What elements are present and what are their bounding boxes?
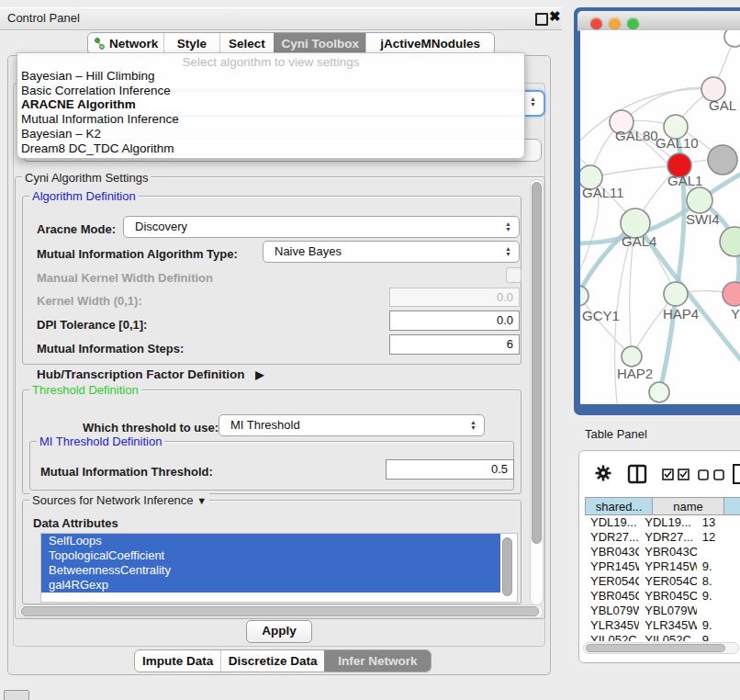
- attribute-list-item[interactable]: TopologicalCoefficient: [41, 548, 500, 563]
- which-threshold-label: Which threshold to use:: [83, 421, 219, 435]
- network-node-gray[interactable]: [708, 145, 737, 175]
- tab-jactivemnodules[interactable]: jActiveMNodules: [365, 33, 494, 54]
- table-column-header[interactable]: shared...: [585, 497, 653, 515]
- table-cell: YBL079W: [639, 604, 696, 618]
- network-edge: [580, 296, 632, 356]
- table-cell: YBL079W: [585, 604, 639, 618]
- hub-definition-label: Hub/Transcription Factor Definition: [37, 367, 245, 381]
- mi-type-combo[interactable]: Naive Bayes ▲▼: [263, 241, 520, 263]
- mi-steps-field[interactable]: 6: [389, 334, 520, 355]
- table-hscroll-thumb[interactable]: [586, 644, 725, 652]
- table-row[interactable]: YDL19...YDL19...13: [585, 515, 740, 530]
- network-node-top[interactable]: [724, 30, 740, 47]
- attributes-vscroll-thumb[interactable]: [502, 537, 512, 596]
- combo-arrows-icon: ▲▼: [470, 415, 477, 435]
- table-cell: YBR045C: [639, 589, 696, 604]
- manual-kernel-label: Manual Kernel Width Definition: [37, 271, 213, 285]
- table-row[interactable]: YDR27...YDR27...12: [585, 530, 740, 545]
- tab-cyni-toolbox[interactable]: Cyni Toolbox: [274, 33, 365, 54]
- settings-horizontal-scrollbar[interactable]: [18, 604, 544, 618]
- table-row[interactable]: YBR043CYBR043C: [585, 545, 740, 559]
- network-window-titlebar[interactable]: [577, 11, 740, 31]
- table-cell: YPR145W: [639, 559, 696, 574]
- network-node-hap2[interactable]: [622, 346, 642, 367]
- hub-definition-toggle[interactable]: Hub/Transcription Factor Definition ▶: [37, 367, 264, 381]
- network-node-label: GAL80: [615, 128, 658, 143]
- algorithm-option[interactable]: Dream8 DC_TDC Algorithm: [17, 141, 524, 156]
- zoom-traffic-light[interactable]: [627, 17, 639, 29]
- manual-kernel-checkbox[interactable]: [506, 267, 521, 283]
- sources-group-title[interactable]: Sources for Network Inference ▼: [29, 493, 209, 507]
- close-traffic-light[interactable]: [590, 17, 602, 29]
- tab-cyni-toolbox-label: Cyni Toolbox: [281, 37, 359, 51]
- settings-vscroll-thumb[interactable]: [532, 182, 542, 544]
- network-node-bottom[interactable]: [649, 382, 669, 402]
- unchecked-columns-icon[interactable]: [698, 469, 725, 480]
- table-cell: 9.: [697, 559, 740, 574]
- table-column-header[interactable]: A: [724, 497, 740, 515]
- popup-placeholder: Select algorithm to view settings: [17, 55, 524, 69]
- minimize-traffic-light[interactable]: [609, 17, 621, 29]
- data-attributes-list: SelfLoopsTopologicalCoefficientBetweenne…: [40, 533, 518, 603]
- close-icon[interactable]: ✖: [549, 8, 561, 25]
- tab-impute-data[interactable]: Impute Data: [135, 650, 220, 672]
- tab-style[interactable]: Style: [163, 33, 219, 54]
- settings-vertical-scrollbar[interactable]: [530, 179, 544, 605]
- algorithm-option[interactable]: Bayesian – K2: [17, 127, 524, 141]
- file-icon[interactable]: [732, 464, 740, 484]
- network-node-right[interactable]: [720, 227, 740, 256]
- network-node-label: SWI4: [686, 211, 720, 227]
- tab-network[interactable]: Network: [88, 33, 163, 54]
- network-node-pinky[interactable]: [723, 282, 740, 306]
- tab-impute-data-label: Impute Data: [142, 654, 213, 668]
- table-row[interactable]: YLR345WYLR345W9.: [585, 618, 740, 633]
- kernel-width-label: Kernel Width (0,1):: [37, 294, 142, 308]
- tab-select[interactable]: Select: [219, 33, 274, 54]
- network-node-gcy1[interactable]: [580, 286, 589, 306]
- table-horizontal-scrollbar[interactable]: [583, 642, 739, 654]
- table-cell: 9.: [697, 618, 740, 633]
- network-node-swi4[interactable]: [687, 187, 712, 213]
- table-column-header[interactable]: name: [653, 497, 724, 515]
- network-canvas[interactable]: GALGAL80GAL10GAL1GAL11SWI4GAL4GCY1HAP4YH…: [580, 30, 740, 404]
- dpi-tolerance-field[interactable]: 0.0: [389, 310, 520, 331]
- which-threshold-combo[interactable]: MI Threshold ▲▼: [219, 414, 485, 436]
- table-panel-title: Table Panel: [585, 427, 647, 441]
- algorithm-option[interactable]: Mutual Information Inference: [17, 112, 524, 127]
- data-attributes-label: Data Attributes: [33, 516, 118, 530]
- table-cell: YDL19...: [639, 515, 696, 530]
- minimized-panel-icon[interactable]: [4, 690, 29, 700]
- mi-threshold-field[interactable]: 0.5: [386, 459, 514, 480]
- tab-infer-network-label: Infer Network: [338, 654, 417, 668]
- algorithm-option[interactable]: Bayesian – Hill Climbing: [17, 69, 524, 84]
- table-cell: 8.: [697, 574, 740, 589]
- table-row[interactable]: YIL052CYIL052C9: [585, 633, 740, 641]
- float-window-icon[interactable]: [535, 13, 548, 26]
- settings-hscroll-thumb[interactable]: [21, 606, 539, 616]
- tab-infer-network[interactable]: Infer Network: [324, 650, 431, 672]
- network-node-hap4[interactable]: [664, 282, 688, 306]
- gear-icon[interactable]: [594, 464, 612, 482]
- kernel-width-field[interactable]: 0.0: [389, 288, 520, 307]
- network-icon: [94, 38, 106, 50]
- table-row[interactable]: YBR045CYBR045C9.: [585, 589, 740, 604]
- algorithm-definition-title: Algorithm Definition: [29, 189, 139, 203]
- table-cell: 12: [697, 530, 740, 545]
- attribute-list-item[interactable]: SelfLoops: [41, 534, 500, 548]
- aracne-mode-combo[interactable]: Discovery ▲▼: [123, 216, 520, 238]
- tab-discretize-data[interactable]: Discretize Data: [220, 650, 323, 672]
- network-node-label: GAL10: [656, 135, 699, 151]
- attribute-list-item[interactable]: gal4RGexp: [41, 578, 500, 593]
- attribute-list-item[interactable]: BetweennessCentrality: [41, 563, 500, 578]
- algorithm-option[interactable]: ARACNE Algorithm: [17, 97, 524, 112]
- algorithm-option[interactable]: Basic Correlation Inference: [17, 84, 524, 98]
- checked-columns-icon[interactable]: [662, 469, 691, 480]
- columns-icon[interactable]: [627, 464, 647, 484]
- table-row[interactable]: YER054CYER054C8.: [585, 574, 740, 589]
- table-row[interactable]: YPR145WYPR145W9.: [585, 559, 740, 574]
- table-cell: YLR345W: [585, 618, 639, 633]
- tab-style-label: Style: [177, 37, 207, 51]
- apply-button[interactable]: Apply: [246, 620, 312, 643]
- mi-threshold-label: Mutual Information Threshold:: [40, 465, 213, 479]
- table-row[interactable]: YBL079WYBL079W: [585, 604, 740, 618]
